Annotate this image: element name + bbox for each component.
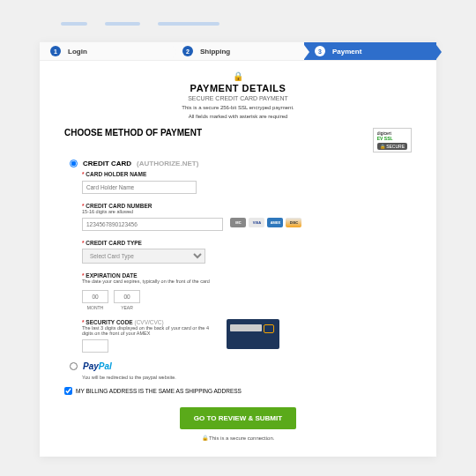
- amex-icon: AMEX: [267, 218, 283, 227]
- card-type-select[interactable]: Select Card Type: [82, 249, 205, 264]
- step-login[interactable]: 1 Login: [40, 41, 172, 61]
- mastercard-icon: MC: [230, 218, 246, 227]
- card-number-label: * CREDIT CARD NUMBER: [82, 203, 412, 209]
- blurred-header-placeholder: [40, 22, 436, 31]
- card-holder-input[interactable]: [82, 181, 197, 194]
- submit-button[interactable]: GO TO REVIEW & SUBMIT: [180, 407, 296, 429]
- digicert-badge: digicert EV SSL 🔒 SECURE: [373, 128, 412, 152]
- expiration-label: * EXPIRATION DATE: [82, 272, 412, 279]
- cvv-input[interactable]: [82, 339, 108, 353]
- choose-method-heading: CHOOSE METHOD OF PAYMENT: [64, 128, 202, 138]
- card-number-input[interactable]: [82, 218, 223, 231]
- lock-icon: 🔒: [64, 71, 412, 81]
- billing-same-checkbox[interactable]: MY BILLING ADDRESS IS THE SAME AS SHIPPI…: [64, 387, 412, 395]
- method-paypal[interactable]: PayPal: [70, 361, 412, 371]
- cvv-label: * SECURITY CODE (CVV/CVC): [82, 319, 214, 325]
- payment-card: 1 Login 2 Shipping 3 Payment 🔒 PAYMENT D…: [40, 41, 436, 457]
- step-payment[interactable]: 3 Payment: [304, 41, 436, 61]
- required-note: All fields marked with asterisk are requ…: [64, 114, 412, 119]
- credit-card-radio[interactable]: [70, 160, 78, 167]
- paypal-note: You will be redirected to the paypal web…: [82, 375, 412, 380]
- visa-icon: VISA: [249, 218, 264, 227]
- paypal-logo: PayPal: [83, 361, 112, 371]
- card-type-label: * CREDIT CARD TYPE: [82, 240, 412, 246]
- paypal-radio[interactable]: [70, 362, 78, 370]
- page-title: PAYMENT DETAILS: [64, 83, 412, 93]
- checkout-steps: 1 Login 2 Shipping 3 Payment: [40, 41, 436, 61]
- card-holder-label: * CARD HOLDER NAME: [82, 171, 412, 177]
- secure-line: 🔒 This is a secure connection.: [64, 435, 412, 441]
- exp-year-input[interactable]: [114, 290, 140, 303]
- page-subtitle: SECURE CREDIT CARD PAYMENT: [64, 95, 412, 101]
- exp-month-input[interactable]: [82, 290, 108, 303]
- step-shipping[interactable]: 2 Shipping: [172, 41, 304, 61]
- card-brand-icons: MC VISA AMEX DISC: [230, 218, 301, 227]
- method-credit-card[interactable]: CREDIT CARD (AUTHORIZE.NET): [70, 160, 412, 167]
- cvv-illustration: [227, 319, 279, 349]
- encryption-note: This is a secure 256-bit SSL encryped pa…: [64, 105, 412, 110]
- discover-icon: DISC: [286, 218, 301, 227]
